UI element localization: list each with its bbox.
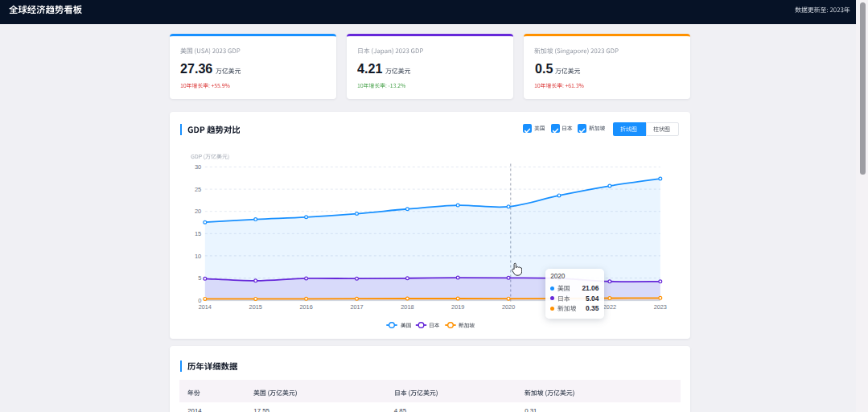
svg-text:2023: 2023 <box>654 303 667 311</box>
svg-text:2019: 2019 <box>451 303 464 311</box>
svg-text:15: 15 <box>195 230 201 237</box>
svg-text:2014: 2014 <box>199 303 212 311</box>
svg-text:2016: 2016 <box>299 303 312 311</box>
svg-text:2022: 2022 <box>603 303 616 311</box>
svg-text:30: 30 <box>195 163 201 171</box>
svg-text:2018: 2018 <box>401 303 413 311</box>
svg-text:10: 10 <box>195 253 201 260</box>
svg-text:25: 25 <box>195 186 201 193</box>
svg-text:2020: 2020 <box>502 303 515 311</box>
svg-text:5: 5 <box>198 274 201 282</box>
svg-text:2015: 2015 <box>249 303 262 311</box>
svg-text:20: 20 <box>195 208 201 215</box>
svg-text:2017: 2017 <box>350 303 363 311</box>
